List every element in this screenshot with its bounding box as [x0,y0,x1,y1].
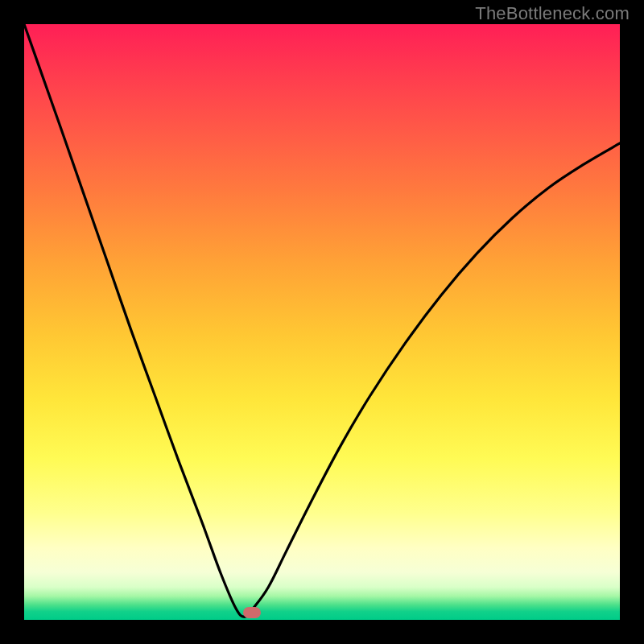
chart-frame: TheBottleneck.com [0,0,644,644]
bottleneck-curve [24,24,620,620]
curve-path [24,24,620,617]
plot-area [24,24,620,620]
minimum-marker [243,607,261,618]
watermark-text: TheBottleneck.com [475,3,630,24]
